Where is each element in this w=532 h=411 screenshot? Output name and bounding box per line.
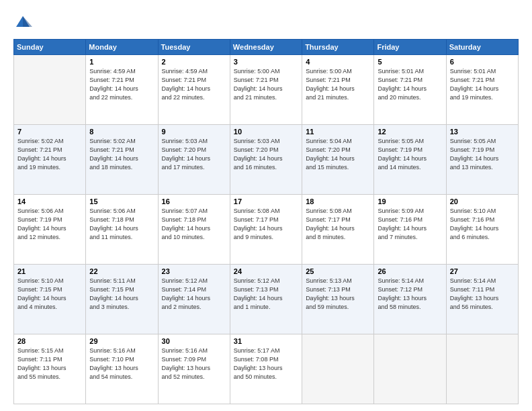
day-number: 21 bbox=[17, 267, 82, 275]
calendar-cell: 8Sunrise: 5:02 AMSunset: 7:21 PMDaylight… bbox=[86, 125, 158, 195]
column-header-saturday: Saturday bbox=[446, 40, 518, 55]
day-info: Sunrise: 5:14 AMSunset: 7:12 PMDaylight:… bbox=[378, 277, 442, 312]
column-header-monday: Monday bbox=[86, 40, 158, 55]
day-info: Sunrise: 5:03 AMSunset: 7:20 PMDaylight:… bbox=[234, 137, 298, 172]
day-info: Sunrise: 5:12 AMSunset: 7:14 PMDaylight:… bbox=[162, 277, 226, 312]
day-info: Sunrise: 5:13 AMSunset: 7:13 PMDaylight:… bbox=[306, 277, 370, 312]
day-info: Sunrise: 5:11 AMSunset: 7:15 PMDaylight:… bbox=[89, 277, 154, 312]
day-number: 11 bbox=[306, 128, 370, 136]
header-row: SundayMondayTuesdayWednesdayThursdayFrid… bbox=[14, 40, 519, 55]
day-info: Sunrise: 5:17 AMSunset: 7:08 PMDaylight:… bbox=[234, 347, 298, 381]
day-info: Sunrise: 5:10 AMSunset: 7:15 PMDaylight:… bbox=[17, 277, 82, 312]
day-number: 10 bbox=[234, 128, 298, 136]
calendar-cell: 31Sunrise: 5:17 AMSunset: 7:08 PMDayligh… bbox=[230, 334, 302, 404]
day-number: 23 bbox=[162, 267, 226, 275]
day-number: 4 bbox=[306, 58, 370, 66]
day-number: 8 bbox=[89, 128, 154, 136]
calendar-cell: 6Sunrise: 5:01 AMSunset: 7:21 PMDaylight… bbox=[446, 55, 518, 125]
day-info: Sunrise: 5:16 AMSunset: 7:09 PMDaylight:… bbox=[162, 347, 226, 381]
week-row-5: 28Sunrise: 5:15 AMSunset: 7:11 PMDayligh… bbox=[14, 334, 519, 404]
calendar-cell: 27Sunrise: 5:14 AMSunset: 7:11 PMDayligh… bbox=[446, 265, 518, 334]
day-number: 19 bbox=[378, 197, 442, 205]
day-info: Sunrise: 4:59 AMSunset: 7:21 PMDaylight:… bbox=[162, 67, 226, 102]
day-number: 31 bbox=[234, 337, 298, 345]
day-info: Sunrise: 5:00 AMSunset: 7:21 PMDaylight:… bbox=[234, 67, 298, 102]
calendar-cell: 2Sunrise: 4:59 AMSunset: 7:21 PMDaylight… bbox=[158, 55, 230, 125]
week-row-4: 21Sunrise: 5:10 AMSunset: 7:15 PMDayligh… bbox=[14, 265, 519, 334]
day-info: Sunrise: 5:07 AMSunset: 7:18 PMDaylight:… bbox=[162, 207, 226, 242]
logo-icon bbox=[13, 13, 32, 32]
header bbox=[13, 13, 519, 32]
column-header-sunday: Sunday bbox=[14, 40, 86, 55]
day-info: Sunrise: 5:16 AMSunset: 7:10 PMDaylight:… bbox=[89, 347, 154, 381]
day-number: 25 bbox=[306, 267, 370, 275]
day-number: 6 bbox=[450, 58, 515, 66]
day-number: 30 bbox=[162, 337, 226, 345]
day-info: Sunrise: 5:00 AMSunset: 7:21 PMDaylight:… bbox=[306, 67, 370, 102]
week-row-3: 14Sunrise: 5:06 AMSunset: 7:19 PMDayligh… bbox=[14, 195, 519, 265]
calendar-cell: 21Sunrise: 5:10 AMSunset: 7:15 PMDayligh… bbox=[14, 265, 86, 334]
day-info: Sunrise: 5:08 AMSunset: 7:17 PMDaylight:… bbox=[306, 207, 370, 242]
calendar-cell: 29Sunrise: 5:16 AMSunset: 7:10 PMDayligh… bbox=[86, 334, 158, 404]
calendar-cell: 18Sunrise: 5:08 AMSunset: 7:17 PMDayligh… bbox=[302, 195, 374, 265]
day-info: Sunrise: 5:08 AMSunset: 7:17 PMDaylight:… bbox=[234, 207, 298, 242]
day-info: Sunrise: 5:04 AMSunset: 7:20 PMDaylight:… bbox=[306, 137, 370, 172]
calendar-cell: 3Sunrise: 5:00 AMSunset: 7:21 PMDaylight… bbox=[230, 55, 302, 125]
calendar-cell: 1Sunrise: 4:59 AMSunset: 7:21 PMDaylight… bbox=[86, 55, 158, 125]
day-number: 18 bbox=[306, 197, 370, 205]
day-number: 3 bbox=[234, 58, 298, 66]
day-number: 5 bbox=[378, 58, 442, 66]
day-info: Sunrise: 5:15 AMSunset: 7:11 PMDaylight:… bbox=[17, 347, 82, 381]
column-header-friday: Friday bbox=[374, 40, 446, 55]
calendar-cell: 9Sunrise: 5:03 AMSunset: 7:20 PMDaylight… bbox=[158, 125, 230, 195]
calendar-cell: 10Sunrise: 5:03 AMSunset: 7:20 PMDayligh… bbox=[230, 125, 302, 195]
day-number: 7 bbox=[17, 128, 82, 136]
calendar-cell: 25Sunrise: 5:13 AMSunset: 7:13 PMDayligh… bbox=[302, 265, 374, 334]
column-header-wednesday: Wednesday bbox=[230, 40, 302, 55]
calendar-cell: 30Sunrise: 5:16 AMSunset: 7:09 PMDayligh… bbox=[158, 334, 230, 404]
day-number: 20 bbox=[450, 197, 515, 205]
column-header-thursday: Thursday bbox=[302, 40, 374, 55]
day-number: 12 bbox=[378, 128, 442, 136]
calendar-cell: 22Sunrise: 5:11 AMSunset: 7:15 PMDayligh… bbox=[86, 265, 158, 334]
column-header-tuesday: Tuesday bbox=[158, 40, 230, 55]
day-number: 24 bbox=[234, 267, 298, 275]
day-info: Sunrise: 4:59 AMSunset: 7:21 PMDaylight:… bbox=[89, 67, 154, 102]
day-info: Sunrise: 5:02 AMSunset: 7:21 PMDaylight:… bbox=[89, 137, 154, 172]
day-info: Sunrise: 5:01 AMSunset: 7:21 PMDaylight:… bbox=[378, 67, 442, 102]
calendar-cell: 24Sunrise: 5:12 AMSunset: 7:13 PMDayligh… bbox=[230, 265, 302, 334]
day-number: 1 bbox=[89, 58, 154, 66]
day-number: 16 bbox=[162, 197, 226, 205]
calendar-cell bbox=[374, 334, 446, 404]
calendar-cell: 7Sunrise: 5:02 AMSunset: 7:21 PMDaylight… bbox=[14, 125, 86, 195]
day-number: 17 bbox=[234, 197, 298, 205]
day-info: Sunrise: 5:02 AMSunset: 7:21 PMDaylight:… bbox=[17, 137, 82, 172]
calendar-cell: 23Sunrise: 5:12 AMSunset: 7:14 PMDayligh… bbox=[158, 265, 230, 334]
calendar-cell: 28Sunrise: 5:15 AMSunset: 7:11 PMDayligh… bbox=[14, 334, 86, 404]
week-row-1: 1Sunrise: 4:59 AMSunset: 7:21 PMDaylight… bbox=[14, 55, 519, 125]
day-number: 14 bbox=[17, 197, 82, 205]
calendar-cell: 11Sunrise: 5:04 AMSunset: 7:20 PMDayligh… bbox=[302, 125, 374, 195]
calendar-cell: 20Sunrise: 5:10 AMSunset: 7:16 PMDayligh… bbox=[446, 195, 518, 265]
day-info: Sunrise: 5:12 AMSunset: 7:13 PMDaylight:… bbox=[234, 277, 298, 312]
calendar-cell: 12Sunrise: 5:05 AMSunset: 7:19 PMDayligh… bbox=[374, 125, 446, 195]
calendar-cell bbox=[14, 55, 86, 125]
calendar-cell bbox=[446, 334, 518, 404]
calendar-cell: 16Sunrise: 5:07 AMSunset: 7:18 PMDayligh… bbox=[158, 195, 230, 265]
svg-marker-1 bbox=[23, 16, 32, 27]
calendar-cell: 5Sunrise: 5:01 AMSunset: 7:21 PMDaylight… bbox=[374, 55, 446, 125]
week-row-2: 7Sunrise: 5:02 AMSunset: 7:21 PMDaylight… bbox=[14, 125, 519, 195]
day-info: Sunrise: 5:09 AMSunset: 7:16 PMDaylight:… bbox=[378, 207, 442, 242]
day-info: Sunrise: 5:10 AMSunset: 7:16 PMDaylight:… bbox=[450, 207, 515, 242]
day-info: Sunrise: 5:05 AMSunset: 7:19 PMDaylight:… bbox=[450, 137, 515, 172]
day-info: Sunrise: 5:06 AMSunset: 7:18 PMDaylight:… bbox=[89, 207, 154, 242]
calendar-cell: 13Sunrise: 5:05 AMSunset: 7:19 PMDayligh… bbox=[446, 125, 518, 195]
calendar-cell: 26Sunrise: 5:14 AMSunset: 7:12 PMDayligh… bbox=[374, 265, 446, 334]
day-number: 27 bbox=[450, 267, 515, 275]
calendar-cell: 15Sunrise: 5:06 AMSunset: 7:18 PMDayligh… bbox=[86, 195, 158, 265]
day-info: Sunrise: 5:01 AMSunset: 7:21 PMDaylight:… bbox=[450, 67, 515, 102]
day-number: 26 bbox=[378, 267, 442, 275]
day-number: 13 bbox=[450, 128, 515, 136]
day-number: 2 bbox=[162, 58, 226, 66]
day-number: 22 bbox=[89, 267, 154, 275]
